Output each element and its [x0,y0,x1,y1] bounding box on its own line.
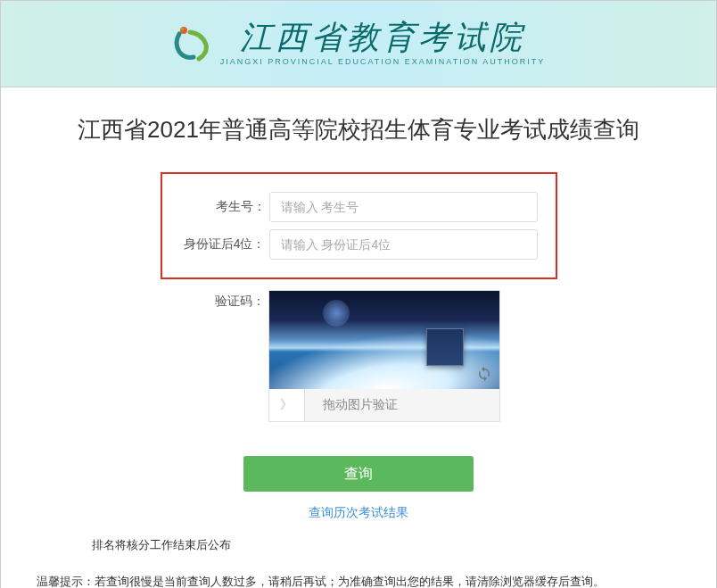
idcard-label: 身份证后4位： [180,236,269,253]
slider-handle[interactable]: 》 [269,389,305,421]
captcha-label: 验证码： [161,290,268,310]
svg-point-0 [180,27,187,34]
page-title: 江西省2021年普通高等院校招生体育专业考试成绩查询 [37,114,680,145]
header-banner: 江西省教育考试院 JIANGXI PROVINCIAL EDUCATION EX… [0,0,717,87]
idcard-input[interactable] [269,229,538,260]
chevron-right-icon: 》 [280,397,293,413]
candidate-label: 考生号： [180,199,269,215]
svg-point-1 [181,28,184,30]
candidate-input[interactable] [269,192,538,222]
captcha-image [269,291,499,389]
captcha-widget: 》 拖动图片验证 [268,290,500,422]
history-link[interactable]: 查询历次考试结果 [37,505,680,521]
submit-area: 查询 查询历次考试结果 [37,456,680,521]
captcha-slider: 》 拖动图片验证 [269,389,499,421]
tips-line1: 温馨提示：若查询很慢是当前查询人数过多，请稍后再试；为准确查询出您的结果，请清除… [37,573,680,588]
captcha-row: 验证码： 》 拖动图片验证 [161,290,557,422]
logo-text: 江西省教育考试院 JIANGXI PROVINCIAL EDUCATION EX… [220,21,545,66]
ranking-note: 排名将核分工作结束后公布 [92,537,680,553]
org-name-chinese: 江西省教育考试院 [240,21,525,54]
refresh-icon[interactable] [476,366,492,382]
submit-button[interactable]: 查询 [243,456,474,492]
org-name-english: JIANGXI PROVINCIAL EDUCATION EXAMINATION… [220,57,545,66]
puzzle-piece [426,328,464,366]
content-area: 江西省2021年普通高等院校招生体育专业考试成绩查询 考生号： 身份证后4位： … [0,87,717,588]
logo-icon [172,25,210,62]
candidate-row: 考生号： [180,192,538,222]
logo: 江西省教育考试院 JIANGXI PROVINCIAL EDUCATION EX… [172,21,545,66]
highlighted-form-box: 考生号： 身份证后4位： [161,172,557,279]
slider-hint: 拖动图片验证 [305,397,499,413]
idcard-row: 身份证后4位： [180,229,538,260]
